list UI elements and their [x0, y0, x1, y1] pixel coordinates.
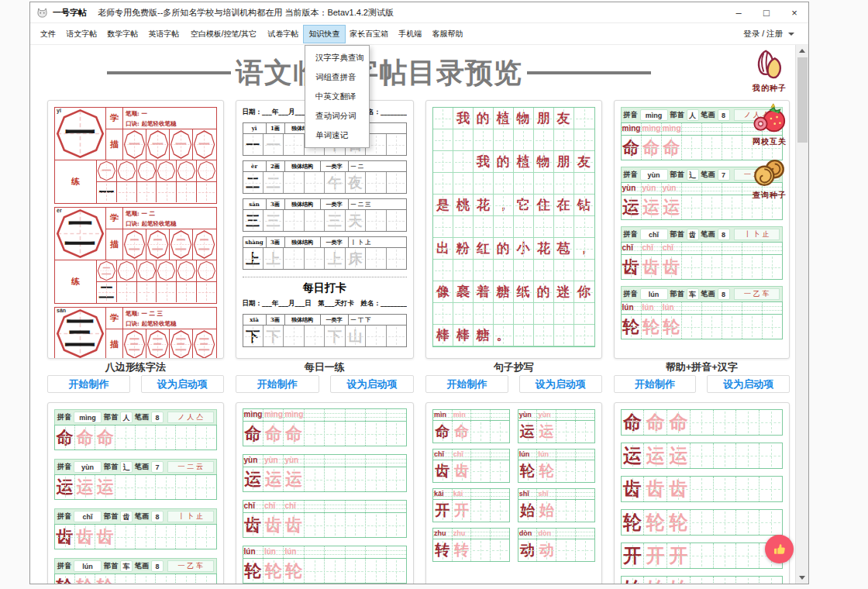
heading-dash — [107, 71, 231, 74]
scroll-up-arrow[interactable] — [799, 49, 805, 53]
side-widget-label: 我的种子 — [753, 83, 787, 94]
char-block: lúnlún轮轮 — [518, 449, 595, 483]
octagon-block: 三sān学描笔顺: 一 二 三口诀: 起笔轻收笔稳三三三三练三三 — [54, 307, 217, 359]
char-row: 轮轮轮 — [621, 509, 784, 536]
start-make-button[interactable]: 开始制作 — [614, 375, 697, 393]
copybook-card-7: 命命命运运运齿齿齿轮轮轮开开开始始始 — [614, 402, 790, 584]
svg-text:三: 三 — [152, 336, 164, 353]
scroll-down-arrow[interactable] — [799, 576, 805, 580]
vertical-scrollbar[interactable] — [795, 45, 808, 584]
char-block: lúnlúnlún轮轮轮 — [243, 546, 408, 584]
card-title: 句子抄写 — [425, 359, 602, 375]
svg-text:三: 三 — [64, 313, 96, 352]
char-block: zhuzhu转转 — [432, 528, 510, 562]
close-button[interactable]: × — [780, 2, 808, 22]
start-make-button[interactable]: 开始制作 — [47, 375, 130, 393]
login-register-label: 登录 / 注册 — [743, 29, 783, 40]
daily-row: xià3画独体结构一类字一 丅 下下下下山 — [243, 314, 408, 347]
set-startup-button[interactable]: 设为启动项 — [330, 375, 414, 393]
menubar-item-2[interactable]: 数学字帖 — [102, 26, 143, 43]
char-row: 运运运 — [621, 443, 784, 469]
cards-grid: 一yī学描笔顺: 一口诀: 起笔轻收笔稳一一一一练一一二èr学描笔顺: 一 二口… — [47, 100, 790, 584]
scroll-thumb[interactable] — [797, 57, 808, 143]
dropdown-item-3[interactable]: 查动词分词 — [305, 106, 369, 126]
dropdown-item-4[interactable]: 单词速记 — [305, 126, 369, 145]
char-block: yùnyùn运运 — [518, 409, 595, 443]
set-startup-button[interactable]: 设为启动项 — [707, 375, 790, 393]
menubar-item-8[interactable]: 手机端 — [394, 26, 428, 43]
app-window: 一号字帖 老师专用免费版--多所知名学校与培训机构都在用 当前版本：Betav1… — [29, 2, 809, 584]
svg-text:二: 二 — [176, 236, 188, 253]
title-bar: 一号字帖 老师专用免费版--多所知名学校与培训机构都在用 当前版本：Betav1… — [30, 2, 808, 23]
card-title: 八边形练字法 — [47, 359, 224, 375]
knowledge-dropdown-menu: 汉字字典查询词组查拼音中英文翻译查动词分词单词速记 — [305, 45, 370, 148]
svg-text:二: 二 — [64, 213, 96, 252]
menubar-item-4[interactable]: 空白模板/控笔/其它 — [184, 26, 263, 43]
dropdown-item-1[interactable]: 词组查拼音 — [305, 67, 369, 87]
sentence-grid: 我的植物朋友我的植物朋友是桃花，它住在钻出粉红的小花苞，像裹着糖纸的迷你棒棒糖。 — [432, 107, 595, 347]
start-make-button[interactable]: 开始制作 — [236, 375, 319, 393]
maximize-button[interactable]: □ — [753, 2, 780, 22]
char-block: 拼音lún部首车笔画8一 乙 车lúnlúnlún轮轮轮 — [621, 286, 784, 339]
copybook-card-2: 我的植物朋友我的植物朋友是桃花，它住在钻出粉红的小花苞，像裹着糖纸的迷你棒棒糖。… — [425, 100, 602, 393]
char-block: mìngmìngmìng命命命 — [243, 408, 408, 446]
menubar-item-3[interactable]: 英语字帖 — [143, 26, 184, 43]
dropdown-item-0[interactable]: 汉字字典查询 — [305, 48, 369, 67]
minimize-button[interactable]: – — [725, 2, 753, 22]
char-row: 开开开 — [621, 542, 784, 569]
menubar-item-6[interactable]: 知识快查 — [304, 26, 345, 43]
word-pairs-grid: mìnmìn命命yùnyùn运运chǐchǐ齿齿lúnlún轮轮kāikāi开开… — [432, 409, 595, 562]
card-title: 每日一练 — [236, 359, 415, 375]
svg-text:三: 三 — [199, 336, 211, 353]
daily-row: shàng3画独体结构一类字丨 卜 上上上上床 — [243, 236, 408, 270]
app-title: 一号字帖 — [53, 7, 87, 19]
octagon-block: 二èr学描笔顺: 一 二口诀: 起笔轻收笔稳二二二二练二二 — [54, 207, 217, 304]
window-controls: – □ × — [725, 2, 808, 22]
card-title: 帮助+拼音+汉字 — [614, 359, 790, 375]
date-line: 日期：___年___月___日 第___天打卡 姓名：________ — [243, 299, 408, 308]
svg-text:一: 一 — [176, 136, 188, 153]
svg-text:二: 二 — [129, 236, 140, 253]
app-cat-icon — [36, 7, 48, 19]
card-preview: mìnmìn命命yùnyùn运运chǐchǐ齿齿lúnlún轮轮kāikāi开开… — [425, 402, 602, 584]
daily-row: sān3画独体结构一类字一 二 三三三三天 — [243, 198, 408, 232]
char-block: 拼音lún部首车笔画8一 乙 车轮轮轮 — [54, 558, 217, 584]
char-block: 拼音chǐ部首齿笔画8丨 卜 止chǐchǐchǐ齿齿齿 — [621, 226, 784, 280]
svg-text:三: 三 — [129, 336, 140, 353]
side-widget-label: 网校互关 — [753, 136, 787, 147]
menubar-item-7[interactable]: 家长百宝箱 — [345, 26, 394, 43]
side-widget-snail-roll[interactable]: 查询种子 — [752, 154, 787, 201]
heading-dash — [527, 71, 651, 74]
svg-text:一: 一 — [64, 113, 96, 152]
char-block: chǐchǐchǐ齿齿齿 — [243, 500, 408, 538]
side-widget-strawberry[interactable]: 网校互关 — [752, 101, 787, 147]
menubar-item-0[interactable]: 文件 — [35, 26, 61, 43]
svg-text:一: 一 — [199, 136, 211, 153]
svg-text:二: 二 — [199, 236, 211, 253]
copybook-card-4: 拼音mìng部首人笔画8ノ 人 亼命命命拼音yùn部首辶笔画7一 二 云运运运拼… — [47, 402, 224, 584]
start-make-button[interactable]: 开始制作 — [425, 375, 508, 393]
card-preview: 拼音mìng部首人笔画8ノ 人 亼命命命拼音yùn部首辶笔画7一 二 云运运运拼… — [47, 402, 224, 584]
set-startup-button[interactable]: 设为启动项 — [519, 375, 602, 393]
side-widget-sunflower-seeds[interactable]: 我的种子 — [752, 47, 787, 94]
sunflower-seeds-icon — [752, 47, 787, 83]
strawberry-icon — [752, 101, 787, 136]
card-preview: 我的植物朋友我的植物朋友是桃花，它住在钻出粉红的小花苞，像裹着糖纸的迷你棒棒糖。 — [425, 100, 602, 359]
menubar-item-5[interactable]: 试卷字帖 — [263, 26, 304, 43]
char-block: chǐchǐ齿齿 — [432, 449, 510, 483]
menubar-item-9[interactable]: 客服帮助 — [427, 26, 468, 43]
feedback-fab[interactable] — [765, 535, 794, 563]
thumbs-up-icon — [772, 542, 787, 557]
octagon-block: 一yī学描笔顺: 一口诀: 起笔轻收笔稳一一一一练一一 — [54, 107, 217, 204]
login-register-button[interactable]: 登录 / 注册 — [743, 29, 804, 40]
char-row: 始始始 — [621, 576, 784, 584]
copybook-card-6: mìnmìn命命yùnyùn运运chǐchǐ齿齿lúnlún轮轮kāikāi开开… — [425, 402, 602, 584]
card-preview: mìngmìngmìng命命命yùnyùnyùn运运运chǐchǐchǐ齿齿齿l… — [236, 402, 415, 584]
char-block: 拼音mìng部首人笔画8ノ 人 亼命命命 — [54, 409, 217, 450]
app-subtitle: 老师专用免费版--多所知名学校与培训机构都在用 当前版本：Betav1.4.2测… — [98, 7, 394, 19]
content-area: 语文临摹字帖目录预览 一yī学描笔顺: 一口诀: 起笔轻收笔稳一一一一练一一二è… — [30, 45, 808, 584]
card-preview: 命命命运运运齿齿齿轮轮轮开开开始始始 — [614, 402, 790, 584]
set-startup-button[interactable]: 设为启动项 — [141, 375, 224, 393]
menubar-item-1[interactable]: 语文字帖 — [61, 26, 102, 43]
dropdown-item-2[interactable]: 中英文翻译 — [305, 87, 369, 106]
